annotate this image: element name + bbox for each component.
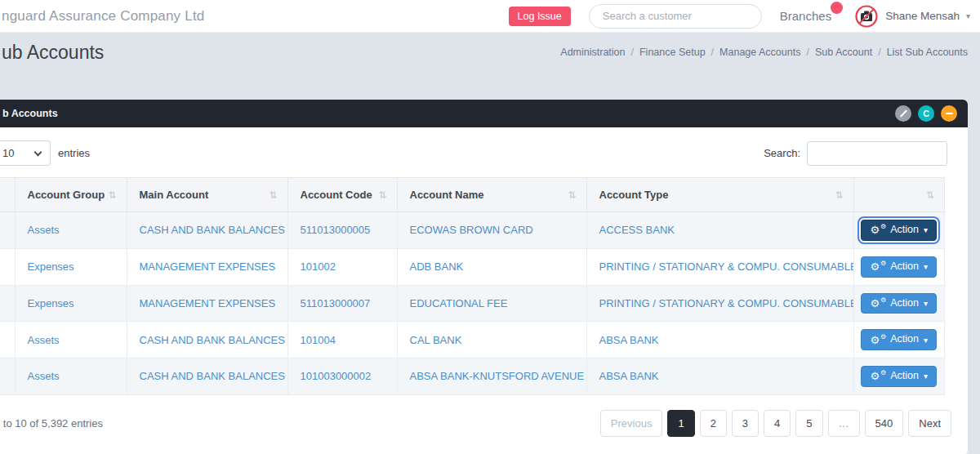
user-name: Shane Mensah [885,10,960,22]
cell-link[interactable]: CASH AND BANK BALANCES [140,370,285,382]
pagination-page-540[interactable]: 540 [865,410,904,437]
cogs-icon: ⚙ [880,297,886,304]
cell-link[interactable]: ABSA BANK [599,334,659,346]
breadcrumb-item[interactable]: Administration [560,47,625,58]
column-header-account-type[interactable]: Account Type⇅ [586,178,853,212]
cell-link[interactable]: Assets [28,334,60,346]
table-search-control: Search: [764,141,947,166]
cell-link[interactable]: Expenses [28,297,74,309]
action-label: Action [890,371,919,382]
action-dropdown-button[interactable]: ⚙⚙ Action ▾ [861,329,937,350]
panel-tools: C [895,105,957,122]
top-navbar: nguard Assurance Company Ltd Log Issue B… [0,0,980,33]
cell-link[interactable]: Assets [28,370,60,382]
cell-link[interactable]: 101004 [301,334,336,346]
customer-search-input[interactable] [589,4,762,29]
cell-link[interactable]: 101003000002 [301,370,372,382]
action-cell: ⚙⚙ Action ▾ [853,358,945,395]
pagination-page-5[interactable]: 5 [795,410,822,437]
cell-link[interactable]: ABSA BANK [599,370,659,382]
pencil-icon [899,109,906,117]
cell-link[interactable]: PRINTING / STATIONARY & COMPU. CONSUMABL… [599,260,854,273]
chevron-down-icon: ▾ [924,372,928,381]
cell-link[interactable]: 511013000007 [301,297,371,309]
cell-link[interactable]: ECOWAS BROWN CARD [410,224,533,236]
column-header-actions[interactable]: ⇅ [853,178,945,212]
column-label: Main Account [140,189,209,201]
collapse-panel-button[interactable] [941,105,957,122]
column-header-main-account[interactable]: Main Account⇅ [127,178,287,212]
column-header-account-group[interactable]: Account Group⇅ [15,178,127,212]
pagination-ellipsis: … [828,410,860,437]
pagination-previous[interactable]: Previous [600,410,663,437]
cell-link[interactable]: Assets [28,224,60,236]
column-label: Account Type [599,189,669,201]
entries-select-value: 10 [0,147,14,159]
cell-link[interactable]: 101002 [301,260,336,273]
broken-avatar-icon [854,4,879,29]
user-menu[interactable]: Shane Mensah ▾ [854,4,970,29]
account-name-cell: CAL BANK [397,322,586,358]
cell-link[interactable]: ABSA BANK-KNUTSFORD AVENUE [410,370,585,382]
action-dropdown-button[interactable]: ⚙⚙ Action ▾ [861,220,937,241]
column-header-account-code[interactable]: Account Code⇅ [287,178,397,212]
table-row: Expenses MANAGEMENT EXPENSES 51101300000… [0,285,945,322]
cell-link[interactable]: MANAGEMENT EXPENSES [140,297,276,309]
table-row: Expenses MANAGEMENT EXPENSES 101002 ADB … [0,248,945,285]
action-dropdown-button[interactable]: ⚙⚙ Action ▾ [861,293,937,314]
stub-cell [0,358,15,395]
sort-icon: ⇅ [926,189,934,201]
cell-link[interactable]: EDUCATIONAL FEE [410,297,508,309]
action-dropdown-button[interactable]: ⚙⚙ Action ▾ [861,366,937,387]
sub-accounts-panel: b Accounts C 10 entries Search: [0,100,968,454]
pagination-page-4[interactable]: 4 [764,410,791,437]
table-search-input[interactable] [807,141,947,166]
cell-link[interactable]: PRINTING / STATIONARY & COMPU. CONSUMABL… [599,297,854,309]
search-label: Search: [764,147,800,159]
cell-link[interactable]: MANAGEMENT EXPENSES [140,260,276,273]
breadcrumb-item[interactable]: Finance Setup [639,47,706,58]
pagination-next[interactable]: Next [908,410,951,437]
log-issue-button[interactable]: Log Issue [509,7,571,26]
column-header-account-name[interactable]: Account Name⇅ [397,178,586,212]
main-account-cell: CASH AND BANK BALANCES [127,212,287,249]
refresh-panel-button[interactable]: C [918,105,934,122]
table-toolbar: 10 entries Search: [0,127,968,177]
pagination-page-2[interactable]: 2 [700,410,727,437]
cell-link[interactable]: ADB BANK [410,260,464,273]
cell-link[interactable]: 511013000005 [301,224,371,236]
breadcrumb-item[interactable]: List Sub Accounts [887,47,968,58]
pagination-page-1[interactable]: 1 [667,410,694,437]
main-account-cell: CASH AND BANK BALANCES [127,358,287,395]
page-length-control: 10 entries [0,140,90,166]
action-cell: ⚙⚙ Action ▾ [853,212,945,249]
branches-menu[interactable]: Branches [780,9,836,23]
column-label: Account Group [28,189,105,201]
chevron-down-icon: ▾ [924,299,928,308]
account-type-cell: ACCESS BANK [586,212,853,249]
collapse-icon [946,113,953,114]
breadcrumb-item[interactable]: Manage Accounts [719,47,800,58]
sort-icon: ⇅ [568,189,576,201]
column-header-stub[interactable]: ⇅ [0,178,15,212]
stub-cell [0,212,15,249]
pagination-page-3[interactable]: 3 [732,410,759,437]
cell-link[interactable]: ACCESS BANK [599,224,675,236]
action-cell: ⚙⚙ Action ▾ [853,285,945,322]
edit-panel-button[interactable] [895,105,911,122]
pagination: Previous 1 2 3 4 5 … 540 Next [600,410,951,437]
cell-link[interactable]: Expenses [28,260,74,273]
cell-link[interactable]: CAL BANK [410,334,462,346]
page-header: ub Accounts Administration / Finance Set… [0,33,980,72]
account-code-cell: 101002 [287,248,397,285]
breadcrumb: Administration / Finance Setup / Manage … [560,47,968,58]
breadcrumb-item[interactable]: Sub Account [815,47,872,58]
cell-link[interactable]: CASH AND BANK BALANCES [140,334,285,346]
cell-link[interactable]: CASH AND BANK BALANCES [140,224,285,236]
chevron-down-icon: ▾ [924,225,928,234]
refresh-icon: C [923,109,929,118]
action-label: Action [890,334,919,345]
action-dropdown-button[interactable]: ⚙⚙ Action ▾ [861,256,937,278]
cogs-icon: ⚙ [870,298,880,309]
entries-select[interactable]: 10 [0,140,51,166]
